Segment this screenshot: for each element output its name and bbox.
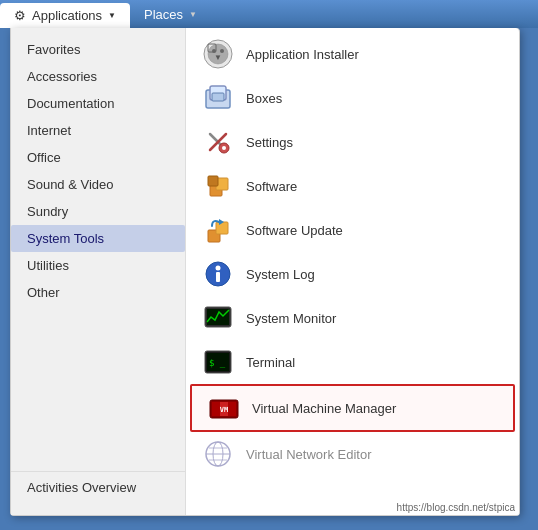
- app-installer-icon: ▼: [202, 38, 234, 70]
- content-item-software[interactable]: Software: [186, 164, 519, 208]
- svg-text:▼: ▼: [214, 53, 222, 62]
- url-bar: https://blog.csdn.net/stpica: [393, 500, 519, 515]
- boxes-label: Boxes: [246, 91, 282, 106]
- content-item-settings[interactable]: Settings: [186, 120, 519, 164]
- svg-rect-31: [228, 402, 236, 416]
- settings-icon: [202, 126, 234, 158]
- network-label: Virtual Network Editor: [246, 447, 371, 462]
- sidebar-item-documentation[interactable]: Documentation: [11, 90, 185, 117]
- dropdown-panel: Favorites Accessories Documentation Inte…: [10, 28, 520, 516]
- app-installer-label: Application Installer: [246, 47, 359, 62]
- menubar-places[interactable]: Places ▼: [130, 0, 211, 28]
- content-item-terminal[interactable]: $ _ Terminal: [186, 340, 519, 384]
- system-monitor-label: System Monitor: [246, 311, 336, 326]
- software-icon: [202, 170, 234, 202]
- svg-text:$ _: $ _: [209, 358, 226, 368]
- menubar: ⚙ Applications ▼ Places ▼: [0, 0, 538, 28]
- content-area[interactable]: ▼ Application Installer Boxes: [186, 28, 519, 515]
- terminal-label: Terminal: [246, 355, 295, 370]
- sidebar-item-utilities[interactable]: Utilities: [11, 252, 185, 279]
- sidebar-item-other[interactable]: Other: [11, 279, 185, 306]
- content-item-virtual-network[interactable]: Virtual Network Editor: [186, 432, 519, 476]
- places-arrow: ▼: [189, 10, 197, 19]
- svg-point-12: [222, 146, 226, 150]
- software-update-label: Software Update: [246, 223, 343, 238]
- system-log-label: System Log: [246, 267, 315, 282]
- sidebar-item-system-tools[interactable]: System Tools: [11, 225, 185, 252]
- menubar-applications[interactable]: ⚙ Applications ▼: [0, 3, 130, 28]
- sidebar-item-favorites[interactable]: Favorites: [11, 36, 185, 63]
- content-item-virtual-machine[interactable]: VM Virtual Machine Manager: [190, 384, 515, 432]
- sidebar-item-sound-video[interactable]: Sound & Video: [11, 171, 185, 198]
- system-log-icon: [202, 258, 234, 290]
- svg-rect-17: [216, 222, 228, 234]
- sidebar-activities-overview[interactable]: Activities Overview: [11, 471, 185, 507]
- content-item-system-log[interactable]: System Log: [186, 252, 519, 296]
- content-item-boxes[interactable]: Boxes: [186, 76, 519, 120]
- software-label: Software: [246, 179, 297, 194]
- svg-text:VM: VM: [220, 406, 228, 414]
- sidebar-item-accessories[interactable]: Accessories: [11, 63, 185, 90]
- content-item-system-monitor[interactable]: System Monitor: [186, 296, 519, 340]
- boxes-icon: [202, 82, 234, 114]
- svg-rect-8: [212, 93, 224, 101]
- vm-label: Virtual Machine Manager: [252, 401, 396, 416]
- network-icon: [202, 438, 234, 470]
- applications-icon: ⚙: [14, 8, 26, 23]
- applications-arrow: ▼: [108, 11, 116, 20]
- sidebar-item-internet[interactable]: Internet: [11, 117, 185, 144]
- svg-point-20: [216, 266, 221, 271]
- sidebar: Favorites Accessories Documentation Inte…: [11, 28, 186, 515]
- places-label: Places: [144, 7, 183, 22]
- content-item-software-update[interactable]: Software Update: [186, 208, 519, 252]
- svg-rect-21: [216, 272, 220, 282]
- svg-rect-15: [208, 176, 218, 186]
- sidebar-item-office[interactable]: Office: [11, 144, 185, 171]
- applications-label: Applications: [32, 8, 102, 23]
- sidebar-item-sundry[interactable]: Sundry: [11, 198, 185, 225]
- content-item-app-installer[interactable]: ▼ Application Installer: [186, 32, 519, 76]
- vm-icon: VM: [208, 392, 240, 424]
- settings-label: Settings: [246, 135, 293, 150]
- terminal-icon: $ _: [202, 346, 234, 378]
- system-monitor-icon: [202, 302, 234, 334]
- software-update-icon: [202, 214, 234, 246]
